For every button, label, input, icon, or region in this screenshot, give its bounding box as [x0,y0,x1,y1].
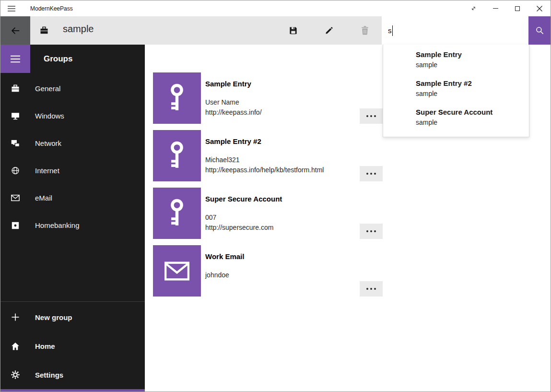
entry-tile[interactable] [153,188,201,239]
close-button[interactable] [528,0,551,16]
network-icon [11,138,20,149]
search-query-text: s [388,26,392,35]
fullscreen-button[interactable] [462,0,484,16]
entry-text: Sample Entry User Name http://keepass.in… [205,72,262,124]
maximize-button[interactable] [506,0,528,16]
back-arrow-icon [10,25,21,36]
ellipsis-icon [366,230,368,232]
minimize-icon [493,8,498,9]
mail-icon [11,193,20,203]
entry-username: User Name [205,97,262,107]
key-icon [166,141,188,171]
entry-title: Super Secure Account [205,194,282,204]
plus-icon [11,312,20,322]
suggestion-item[interactable]: Sample Entry #2 sample [383,75,529,104]
suggestion-subtitle: sample [416,60,524,70]
ellipsis-icon [366,173,368,175]
entry-tile[interactable] [153,245,201,297]
entry-row[interactable]: Work Email johndoe [153,245,383,297]
titlebar-hamburger-button[interactable] [0,0,23,16]
sidebar-item-label: eMail [35,194,52,202]
suggestion-item[interactable]: Super Secure Account sample [383,104,529,133]
sidebar-item-label: Settings [35,371,63,379]
search-button[interactable] [528,16,551,45]
edit-button[interactable] [317,19,340,42]
entry-row[interactable]: Super Secure Account 007 http://supersec… [153,188,383,239]
database-title: sample [63,24,94,35]
sidebar-item-label: General [35,84,60,93]
monitor-icon [11,111,20,121]
entry-url: http://keepass.info/help/kb/testform.htm… [205,165,324,175]
group-list: General Windows Network [0,75,145,239]
expand-icon [470,5,477,12]
sidebar-accent-strip [0,389,145,392]
sidebar-divider [0,301,145,302]
home-icon [11,341,20,351]
save-button[interactable] [281,19,305,42]
sidebar: Groups General Windows [0,45,145,392]
entry-title: Sample Entry #2 [205,137,324,146]
ellipsis-icon [366,288,368,290]
entry-more-button[interactable] [360,224,383,239]
entry-username: 007 [205,213,282,223]
search-input[interactable]: s [382,16,528,45]
hamburger-icon [10,55,21,63]
entry-url: http://supersecure.com [205,223,282,233]
suggestion-title: Sample Entry #2 [416,79,524,88]
entry-more-button[interactable] [360,166,383,181]
sidebar-footer: New group Home [0,301,145,389]
suggestion-item[interactable]: Sample Entry sample [383,47,529,75]
entry-row[interactable]: Sample Entry #2 Michael321 http://keepas… [153,130,383,181]
gear-icon [11,369,20,380]
globe-icon [11,166,20,176]
search-box: s [382,16,551,45]
key-icon [166,83,188,113]
suggestion-subtitle: sample [416,118,524,127]
sidebar-item-general[interactable]: General [0,75,145,102]
delete-button[interactable] [353,19,376,42]
save-icon [289,26,298,35]
sidebar-item-email[interactable]: eMail [0,184,145,212]
pencil-icon [325,26,333,35]
close-icon [537,6,542,12]
back-button[interactable] [0,16,30,45]
sidebar-hamburger-button[interactable] [0,45,30,73]
key-icon [166,199,188,228]
entry-text: Work Email johndoe [205,245,244,297]
briefcase-icon [11,83,20,94]
entry-username: Michael321 [205,155,324,165]
entry-title: Sample Entry [205,79,262,89]
entry-tile[interactable] [153,130,201,181]
sidebar-item-internet[interactable]: Internet [0,157,145,184]
sidebar-item-network[interactable]: Network [0,130,145,157]
sidebar-item-settings[interactable]: Settings [0,360,145,389]
entry-row[interactable]: Sample Entry User Name http://keepass.in… [153,72,383,124]
entry-text: Super Secure Account 007 http://supersec… [205,188,282,239]
maximize-icon [515,6,520,11]
sidebar-item-label: New group [35,313,72,321]
command-bar [281,16,376,45]
sidebar-item-new-group[interactable]: New group [0,303,145,332]
entry-tile[interactable] [153,72,201,124]
entry-text: Sample Entry #2 Michael321 http://keepas… [205,130,324,181]
ellipsis-icon [366,115,368,117]
sidebar-item-home[interactable]: Home [0,332,145,360]
sidebar-item-label: Network [35,139,61,147]
mail-icon [164,261,189,281]
sidebar-item-homebanking[interactable]: Homebanking [0,212,145,239]
suggestion-title: Super Secure Account [416,107,524,117]
entry-url: http://keepass.info/ [205,107,262,118]
minimize-button[interactable] [484,0,506,16]
sidebar-item-windows[interactable]: Windows [0,102,145,130]
window-controls [462,0,551,16]
sidebar-header: Groups [0,45,145,73]
search-suggestions-panel: Sample Entry sample Sample Entry #2 samp… [383,45,529,137]
titlebar: ModernKeePass [0,0,551,16]
groups-heading: Groups [44,54,72,64]
suggestion-title: Sample Entry [416,50,524,59]
briefcase-icon [40,26,48,36]
sidebar-item-label: Internet [35,166,59,175]
entry-more-button[interactable] [360,108,383,124]
entry-more-button[interactable] [360,281,383,297]
app-title: ModernKeePass [30,5,73,12]
